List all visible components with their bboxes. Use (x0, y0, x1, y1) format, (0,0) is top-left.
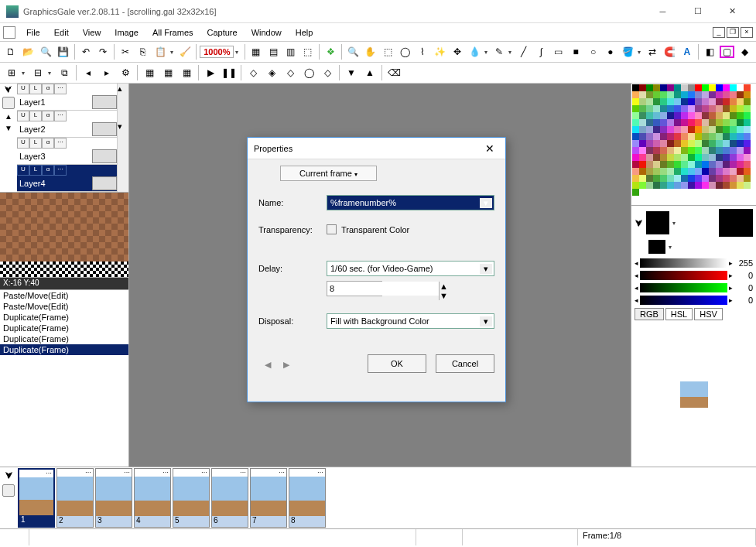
lasso-icon[interactable]: ⌇ (415, 43, 430, 60)
frame-next-icon[interactable]: ▸ (98, 64, 115, 81)
menu-view[interactable]: View (77, 26, 108, 39)
select-rect-icon[interactable]: ⬚ (380, 43, 395, 60)
snap-icon[interactable]: ⬚ (300, 43, 316, 60)
sel4-icon[interactable]: ◯ (300, 64, 317, 81)
sel2-icon[interactable]: ◈ (263, 64, 280, 81)
history-item[interactable]: Paste/Move(Edit) (0, 290, 128, 301)
down-icon[interactable]: ▼ (343, 64, 360, 81)
tab-hsv[interactable]: HSV (694, 308, 723, 320)
frame-item[interactable]: ⋯3 (95, 468, 132, 528)
hand-icon[interactable]: ✋ (363, 43, 378, 60)
g-slider[interactable]: ◂▸0 (631, 282, 756, 294)
transparent-icon[interactable]: ▢ (719, 43, 735, 60)
history-item[interactable]: Duplicate(Frame) (0, 323, 128, 333)
disposal-combo[interactable]: Fill with Background Color▾ (327, 313, 494, 329)
cancel-button[interactable]: Cancel (436, 354, 494, 373)
trash-icon[interactable] (2, 97, 15, 109)
paste-icon[interactable]: 📋 (152, 43, 168, 60)
oval-icon[interactable]: ○ (585, 43, 600, 60)
up-icon[interactable]: ▲ (361, 64, 378, 81)
zoom-level[interactable]: 1000% (200, 46, 234, 58)
frame-item[interactable]: ⋯5 (173, 468, 210, 528)
transparent-checkbox[interactable] (327, 224, 337, 234)
frame-c-icon[interactable]: ▦ (178, 64, 195, 81)
delay-value-spinner[interactable]: ▲▼ (327, 281, 382, 296)
copy-icon[interactable]: ⎘ (135, 43, 151, 60)
new-icon[interactable]: 🗋 (3, 43, 19, 60)
layer-down-icon[interactable]: ▼ (5, 124, 12, 132)
clear-icon[interactable]: 🧹 (177, 43, 193, 60)
search-icon[interactable]: 🔍 (38, 43, 53, 60)
grid3-icon[interactable]: ▥ (282, 43, 298, 60)
frame-item[interactable]: ⋯8 (289, 468, 326, 528)
fg-swatch[interactable] (646, 211, 669, 234)
swatch-collapse-icon[interactable]: ⮟ (635, 218, 643, 227)
gray-slider[interactable]: ◂▸255 (631, 257, 756, 269)
r-slider[interactable]: ◂▸0 (631, 269, 756, 282)
fill-icon[interactable]: 🪣 (620, 43, 635, 60)
dialog-tab-current[interactable]: Current frame ▾ (280, 166, 377, 181)
menu-file[interactable]: File (20, 26, 46, 39)
frame-del-icon[interactable]: ⊟ (29, 64, 46, 81)
history-list[interactable]: Paste/Move(Edit)Paste/Move(Edit)Duplicat… (0, 290, 128, 467)
frame-a-icon[interactable]: ▦ (141, 64, 158, 81)
grid2-icon[interactable]: ▤ (265, 43, 281, 60)
name-input[interactable]: %framenumber%▾ (327, 195, 494, 210)
play-icon[interactable]: ▶ (202, 64, 219, 81)
maximize-button[interactable]: ☐ (680, 1, 715, 22)
mdi-close[interactable]: × (741, 27, 753, 38)
tab-rgb[interactable]: RGB (635, 308, 664, 320)
dialog-close-icon[interactable]: ✕ (481, 141, 499, 156)
curve-icon[interactable]: ∫ (533, 43, 549, 60)
sel1-icon[interactable]: ◇ (245, 64, 262, 81)
spin-up-icon[interactable]: ▲ (439, 282, 448, 291)
line-icon[interactable]: ╱ (516, 43, 532, 60)
spin-down-icon[interactable]: ▼ (439, 291, 448, 300)
grid-icon[interactable]: ▦ (248, 43, 263, 60)
dialog-prev-icon[interactable]: ◀ (265, 360, 271, 370)
frame-item[interactable]: ⋯4 (134, 468, 171, 528)
system-menu-icon[interactable] (3, 26, 15, 39)
open-icon[interactable]: 📂 (20, 43, 36, 60)
frame-strip[interactable]: ⋯1⋯2⋯3⋯4⋯5⋯6⋯7⋯8 (17, 467, 756, 528)
frame-prev-icon[interactable]: ◂ (80, 64, 97, 81)
menu-capture[interactable]: Capture (201, 26, 244, 39)
sel3-icon[interactable]: ◇ (282, 64, 299, 81)
layer-item[interactable]: ULα⋯Layer2 (17, 111, 117, 138)
layer-up-icon[interactable]: ▲ (5, 112, 12, 121)
timeline-collapse-icon[interactable]: ⮟ (5, 470, 13, 480)
redo-icon[interactable]: ↷ (95, 43, 111, 60)
mdi-minimize[interactable]: _ (713, 27, 725, 38)
ovalfill-icon[interactable]: ● (603, 43, 618, 60)
history-item[interactable]: Duplicate(Frame) (0, 344, 128, 355)
frame-item[interactable]: ⋯7 (250, 468, 287, 528)
text-icon[interactable]: A (679, 43, 695, 60)
color-palette[interactable] (631, 84, 756, 206)
tab-hsl[interactable]: HSL (665, 308, 693, 320)
frame-item[interactable]: ⋯6 (211, 468, 248, 528)
layer-item[interactable]: ULα⋯Layer4 (17, 165, 117, 192)
close-button[interactable]: ✕ (715, 1, 750, 22)
layer-item[interactable]: ULα⋯Layer3 (17, 138, 117, 165)
layer-collapse-icon[interactable]: ⮟ (5, 85, 12, 94)
magnet-icon[interactable]: 🧲 (662, 43, 677, 60)
bg-swatch[interactable]: X (719, 209, 753, 237)
frame-item[interactable]: ⋯1 (18, 468, 55, 528)
history-item[interactable]: Paste/Move(Edit) (0, 301, 128, 312)
menu-window[interactable]: Window (245, 26, 288, 39)
wand-icon[interactable]: ✨ (432, 43, 447, 60)
menu-help[interactable]: Help (289, 26, 320, 39)
timeline-trash-icon[interactable] (2, 484, 15, 497)
antialiased-icon[interactable]: ◧ (702, 43, 717, 60)
frame-add-icon[interactable]: ⊞ (3, 64, 20, 81)
mdi-restore[interactable]: ❐ (727, 27, 739, 38)
frame-props-icon[interactable]: ⚙ (117, 64, 134, 81)
cut-icon[interactable]: ✂ (118, 43, 133, 60)
pencil-icon[interactable]: ✎ (491, 43, 507, 60)
history-item[interactable]: Duplicate(Frame) (0, 312, 128, 323)
save-icon[interactable]: 💾 (55, 43, 70, 60)
sel5-icon[interactable]: ◇ (319, 64, 336, 81)
rectfill-icon[interactable]: ■ (568, 43, 583, 60)
undo-icon[interactable]: ↶ (78, 43, 94, 60)
menu-edit[interactable]: Edit (48, 26, 75, 39)
